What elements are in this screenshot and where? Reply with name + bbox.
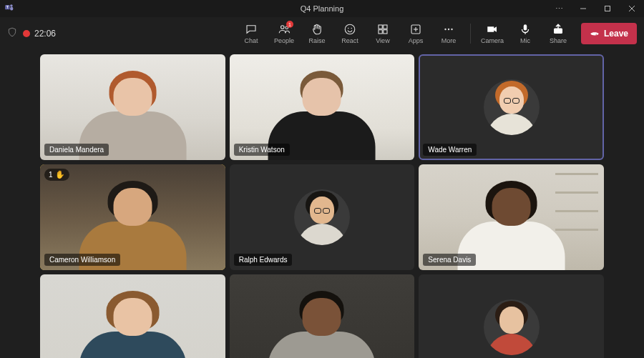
window-maximize-button[interactable] (595, 0, 620, 17)
participant-tile[interactable]: 1 ✋ Cameron Williamson (40, 164, 225, 270)
share-icon (552, 23, 565, 36)
view-button[interactable]: View (367, 19, 399, 49)
participant-grid-wrap: Daniela Mandera Kristin Watson (0, 50, 644, 358)
svg-rect-14 (384, 25, 387, 29)
participant-grid: Daniela Mandera Kristin Watson (40, 54, 604, 352)
react-icon (343, 23, 356, 36)
more-button[interactable]: More (433, 19, 464, 49)
view-label: View (376, 37, 389, 44)
leave-icon (590, 28, 600, 40)
leave-label: Leave (604, 29, 628, 39)
raise-hand-button[interactable]: Raise (301, 19, 333, 49)
participant-tile[interactable]: Jerome Bell (230, 274, 415, 358)
raise-hand-icon (311, 23, 323, 36)
share-label: Share (550, 37, 567, 44)
participant-tile[interactable]: Wade Warren (419, 54, 604, 160)
leave-button[interactable]: Leave (581, 23, 637, 44)
participant-tile[interactable]: Savannah Nguyen (419, 274, 604, 358)
svg-text:T: T (6, 6, 9, 9)
apps-label: Apps (409, 37, 424, 44)
people-badge: 1 (286, 21, 293, 28)
participant-name: Daniela Mandera (44, 144, 109, 156)
apps-icon (409, 23, 422, 36)
window-controls: ⋯ (547, 0, 644, 17)
person-figure (248, 298, 396, 358)
titlebar-more-button[interactable]: ⋯ (547, 0, 571, 17)
participant-name: Wade Warren (423, 144, 477, 156)
react-button[interactable]: React (334, 19, 366, 49)
avatar (484, 79, 540, 135)
participant-name: Serena Davis (423, 254, 476, 266)
svg-point-10 (345, 24, 355, 34)
svg-rect-3 (10, 7, 13, 11)
teams-icon: T (4, 3, 14, 13)
camera-icon (486, 23, 499, 36)
participant-name: Ralph Edwards (234, 254, 293, 266)
avatar (484, 299, 540, 355)
toolbar-left: 22:06 (7, 27, 56, 40)
chat-label: Chat (244, 37, 258, 44)
window-close-button[interactable] (620, 0, 644, 17)
camera-button[interactable]: Camera (477, 19, 508, 49)
raise-label: Raise (308, 37, 325, 44)
mic-button[interactable]: Mic (509, 19, 541, 49)
hand-raised-badge: 1 ✋ (44, 169, 69, 181)
svg-rect-5 (605, 6, 610, 11)
participant-tile[interactable]: Kristin Watson (230, 54, 415, 160)
svg-point-12 (351, 28, 352, 29)
mic-icon (519, 23, 532, 36)
hand-emoji-icon: ✋ (55, 170, 65, 179)
svg-rect-16 (384, 30, 387, 34)
react-label: React (341, 37, 358, 44)
record-dot-icon (23, 30, 30, 37)
participant-tile[interactable]: Ralph Edwards (230, 164, 415, 270)
participant-tile[interactable]: Floyd Miles (40, 274, 225, 358)
participant-tile[interactable]: Daniela Mandera (40, 54, 225, 160)
share-button[interactable]: Share (542, 19, 574, 49)
camera-label: Camera (481, 37, 504, 44)
avatar (294, 189, 350, 245)
svg-rect-15 (379, 30, 382, 34)
view-icon (376, 23, 389, 36)
meeting-duration: 22:06 (34, 29, 56, 39)
people-button[interactable]: 1 People (268, 19, 300, 49)
participant-name: Cameron Williamson (44, 254, 120, 266)
window-minimize-button[interactable] (571, 0, 595, 17)
meeting-window: T Q4 Planning ⋯ 22:06 (0, 0, 644, 358)
people-label: People (274, 37, 294, 44)
more-icon (442, 23, 455, 36)
apps-button[interactable]: Apps (400, 19, 431, 49)
toolbar-right: Chat 1 People Raise React View Apps (235, 19, 637, 49)
participant-tile[interactable]: Serena Davis (419, 164, 604, 270)
person-figure (59, 298, 207, 358)
chat-icon (245, 23, 258, 36)
mic-label: Mic (520, 37, 530, 44)
svg-point-2 (10, 4, 13, 7)
svg-point-11 (348, 28, 349, 29)
shield-icon (7, 27, 17, 40)
svg-rect-13 (379, 25, 382, 29)
svg-point-8 (280, 26, 284, 29)
svg-point-20 (444, 29, 446, 30)
titlebar: T Q4 Planning ⋯ (0, 0, 644, 17)
svg-point-22 (451, 29, 452, 30)
svg-rect-23 (524, 24, 527, 30)
hand-count: 1 (49, 171, 53, 179)
participant-name: Kristin Watson (234, 144, 290, 156)
more-label: More (441, 37, 457, 44)
chat-button[interactable]: Chat (235, 19, 267, 49)
toolbar-separator (470, 24, 471, 44)
meeting-toolbar: 22:06 Chat 1 People Raise React (0, 17, 644, 50)
svg-point-21 (448, 29, 449, 30)
recording-indicator: 22:06 (23, 29, 56, 39)
window-title: Q4 Planning (301, 4, 344, 13)
